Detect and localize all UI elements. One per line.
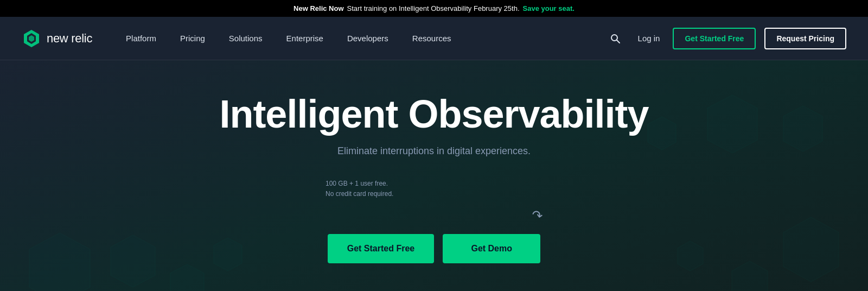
hero-note: 100 GB + 1 user free. No credit card req… bbox=[326, 179, 393, 199]
svg-marker-5 bbox=[29, 233, 90, 291]
nav-resources[interactable]: Resources bbox=[400, 17, 463, 60]
hex-deco-10 bbox=[675, 239, 705, 275]
svg-marker-14 bbox=[678, 241, 703, 271]
search-button[interactable] bbox=[605, 29, 625, 48]
get-demo-button[interactable]: Get Demo bbox=[443, 234, 540, 263]
nav-pricing[interactable]: Pricing bbox=[168, 17, 217, 60]
navbar: new relic Platform Pricing Solutions Ent… bbox=[0, 17, 868, 60]
nav-platform[interactable]: Platform bbox=[114, 17, 168, 60]
hero-note-wrapper: 100 GB + 1 user free. No credit card req… bbox=[326, 179, 542, 225]
announcement-bar: New Relic Now Start training on Intellig… bbox=[0, 0, 868, 17]
svg-line-4 bbox=[617, 40, 620, 43]
nav-links: Platform Pricing Solutions Enterprise De… bbox=[114, 17, 605, 60]
svg-marker-13 bbox=[732, 261, 768, 291]
svg-marker-6 bbox=[111, 235, 155, 287]
hero-note-line1: 100 GB + 1 user free. bbox=[326, 180, 388, 187]
hero-buttons: Get Started Free Get Demo bbox=[328, 234, 540, 263]
login-link[interactable]: Log in bbox=[634, 34, 665, 43]
nav-actions: Log in Get Started Free Request Pricing bbox=[605, 28, 846, 49]
hero-content: Intelligent Observability Eliminate inte… bbox=[219, 94, 648, 264]
nav-enterprise[interactable]: Enterprise bbox=[275, 17, 335, 60]
request-pricing-button[interactable]: Request Pricing bbox=[764, 28, 846, 49]
hex-deco-9 bbox=[730, 259, 770, 291]
hex-deco-1 bbox=[27, 231, 92, 291]
search-icon bbox=[610, 33, 621, 44]
svg-marker-12 bbox=[783, 217, 839, 282]
hex-deco-5 bbox=[781, 104, 825, 156]
logo-icon bbox=[22, 29, 41, 48]
arrow-hint-icon: ↷ bbox=[531, 207, 544, 224]
svg-marker-10 bbox=[707, 95, 757, 153]
hero-title: Intelligent Observability bbox=[219, 94, 648, 135]
announcement-brand: New Relic Now bbox=[293, 4, 343, 12]
nav-developers[interactable]: Developers bbox=[335, 17, 400, 60]
svg-marker-7 bbox=[170, 264, 204, 291]
hero-cta-area: 100 GB + 1 user free. No credit card req… bbox=[219, 179, 648, 263]
svg-marker-11 bbox=[648, 117, 676, 150]
hex-deco-7 bbox=[646, 115, 678, 154]
hero-subtitle: Eliminate interruptions in digital exper… bbox=[219, 146, 648, 157]
svg-marker-9 bbox=[783, 106, 822, 151]
hero-section: Intelligent Observability Eliminate inte… bbox=[0, 60, 868, 291]
announcement-cta[interactable]: Save your seat. bbox=[523, 4, 575, 12]
hex-deco-8 bbox=[781, 215, 841, 286]
get-started-nav-button[interactable]: Get Started Free bbox=[673, 28, 756, 49]
logo[interactable]: new relic bbox=[22, 29, 92, 48]
get-started-hero-button[interactable]: Get Started Free bbox=[328, 234, 434, 263]
logo-text: new relic bbox=[47, 31, 92, 46]
hero-note-line2: No credit card required. bbox=[326, 190, 393, 198]
hex-deco-6 bbox=[705, 93, 760, 157]
nav-solutions[interactable]: Solutions bbox=[217, 17, 275, 60]
announcement-message: Start training on Intelligent Observabil… bbox=[347, 4, 520, 12]
hex-deco-2 bbox=[108, 233, 157, 291]
hex-deco-3 bbox=[168, 262, 206, 291]
